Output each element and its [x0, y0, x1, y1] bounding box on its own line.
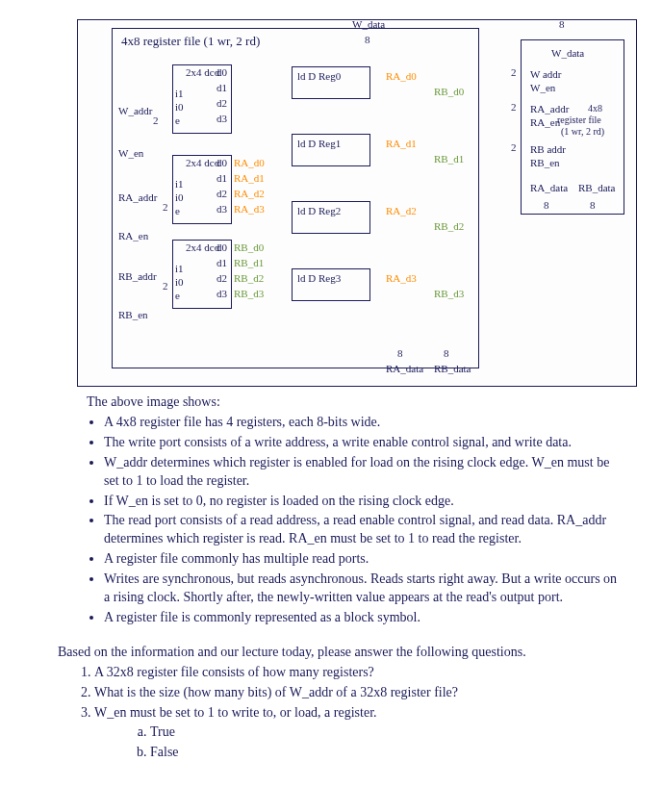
questions-intro: Based on the information and our lecture… [58, 645, 624, 660]
port-raen: RA_en [118, 230, 148, 241]
bullet-item: A register file is commonly represented … [104, 609, 624, 627]
bus-8-top: 8 [365, 34, 370, 45]
block-wdata: W_data [551, 47, 584, 59]
bullet-item: If W_en is set to 0, no register is load… [104, 493, 624, 511]
bullet-item: The read port consists of a read address… [104, 512, 624, 548]
port-wen: W_en [118, 147, 143, 159]
question-1: A 32x8 register file consists of how man… [94, 664, 624, 682]
bullet-item: The write port consists of a write addre… [104, 434, 624, 452]
bullet-item: A 4x8 register file has 4 registers, eac… [104, 414, 624, 432]
q3-option-true: True [150, 723, 624, 742]
port-waddr: W_addr [118, 105, 152, 116]
wdata-label: W_data [352, 18, 385, 30]
register-file-diagram: 4x8 register file (1 wr, 2 rd) W_data 8 … [77, 19, 635, 385]
ra-data-out: RA_data [386, 363, 423, 374]
question-list: A 32x8 register file consists of how man… [77, 664, 624, 762]
question-2: What is the size (how many bits) of W_ad… [94, 684, 624, 702]
q3-options: True False [133, 723, 624, 762]
block-radata: RA_data [530, 182, 568, 193]
q3-option-false: False [150, 744, 624, 762]
block-rbdata: RB_data [578, 182, 616, 193]
bullet-item: A register file commonly has multiple re… [104, 550, 624, 569]
diagram-title: 4x8 register file (1 wr, 2 rd) [121, 34, 260, 49]
bullet-list: A 4x8 register file has 4 registers, eac… [87, 414, 624, 627]
port-rbaddr: RB_addr [118, 270, 157, 282]
port-rben: RB_en [118, 309, 148, 320]
bullet-item: W_addr determines which register is enab… [104, 454, 624, 491]
question-3: W_en must be set to 1 to write to, or lo… [94, 704, 624, 763]
port-raaddr: RA_addr [118, 191, 157, 203]
bullet-item: Writes are synchronous, but reads asynch… [104, 571, 624, 607]
intro-text: The above image shows: [87, 394, 624, 410]
rb-data-out: RB_data [434, 363, 471, 374]
